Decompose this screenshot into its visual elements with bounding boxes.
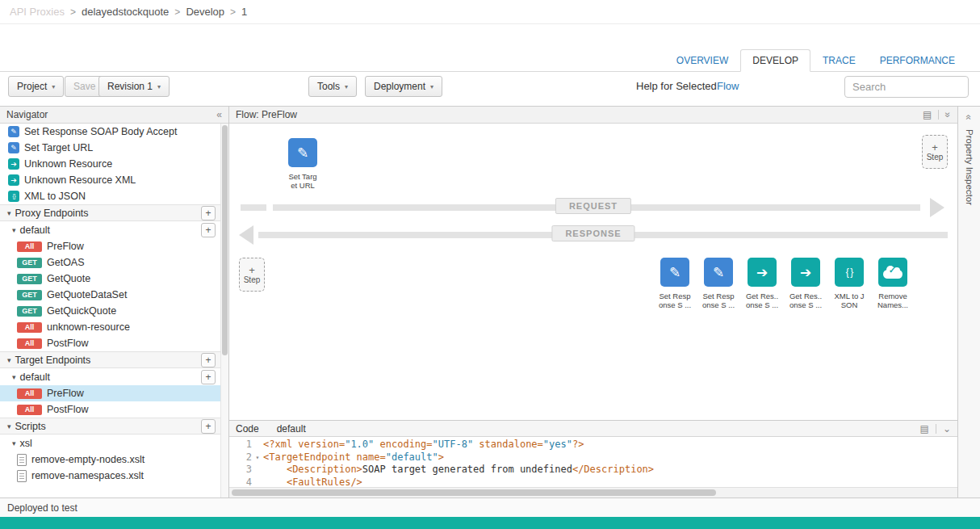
tools-menu-button[interactable]: Tools ▾ <box>308 76 357 97</box>
code-token: <?xml <box>263 439 298 451</box>
layout-toggle-icon[interactable]: ▤ <box>920 423 929 435</box>
flow-label: GetQuickQuote <box>47 305 116 317</box>
revision-menu-button[interactable]: Revision 1 ▾ <box>98 76 170 97</box>
nav-item-target-postflow[interactable]: All PostFlow <box>0 401 220 418</box>
flow-step-set-response-1[interactable]: ✎ Set Resp onse S ... <box>653 258 697 309</box>
property-inspector-panel[interactable]: « Property Inspector <box>957 106 980 498</box>
flow-label: GetQuote <box>47 273 90 284</box>
pencil-icon[interactable]: ✎ <box>660 258 689 287</box>
breadcrumb-item-proxy-name[interactable]: delayedstockquote <box>82 6 169 18</box>
scripts-group-xsl[interactable]: ▾ xsl <box>0 435 220 451</box>
policy-item-unknown-resource-xml[interactable]: ➔ Unknown Resource XML <box>0 172 220 188</box>
script-item-remove-empty-nodes[interactable]: remove-empty-nodes.xslt <box>0 451 220 468</box>
add-flow-button[interactable]: + <box>201 223 216 237</box>
group-label: default <box>20 225 51 236</box>
tab-overview[interactable]: OVERVIEW <box>664 49 740 72</box>
section-target-endpoints[interactable]: ▾ Target Endpoints + <box>0 351 220 368</box>
nav-item-proxy-postflow[interactable]: All PostFlow <box>0 335 220 351</box>
fold-toggle[interactable] <box>252 439 263 451</box>
expand-property-inspector-icon[interactable]: « <box>964 115 975 120</box>
nav-item-proxy-preflow[interactable]: All PreFlow <box>0 238 220 254</box>
request-arrow-icon <box>930 198 944 217</box>
button-label: Deployment <box>374 81 425 92</box>
arrow-icon: ➔ <box>8 158 19 170</box>
nav-item-getquickquote[interactable]: GET GetQuickQuote <box>0 303 220 319</box>
code-tab-default[interactable]: default <box>277 423 306 435</box>
policy-item-xml-to-json[interactable]: { } XML to JSON <box>0 188 220 204</box>
flow-canvas: ✎ Set Targ et URL + Step REQUEST RESPONS… <box>229 124 957 420</box>
flow-label: PostFlow <box>47 338 88 349</box>
tab-develop[interactable]: DEVELOP <box>740 49 810 72</box>
fold-toggle[interactable] <box>252 464 263 477</box>
braces-icon[interactable]: { } <box>835 258 864 287</box>
navigator-scrollbar[interactable] <box>220 124 228 498</box>
script-label: remove-empty-nodes.xslt <box>31 454 144 465</box>
caret-down-icon: ▾ <box>12 439 16 447</box>
policy-item-unknown-resource[interactable]: ➔ Unknown Resource <box>0 156 220 172</box>
button-label: Tools <box>317 81 340 92</box>
proxy-endpoint-default[interactable]: ▾ default + <box>0 221 220 238</box>
add-script-button[interactable]: + <box>201 419 216 434</box>
caret-down-icon: ▾ <box>7 209 11 217</box>
chevron-down-icon: ▾ <box>430 83 433 90</box>
add-flow-button[interactable]: + <box>201 370 216 384</box>
code-horizontal-scrollbar[interactable] <box>229 487 957 498</box>
flow-step-set-response-2[interactable]: ✎ Set Resp onse S ... <box>697 258 740 309</box>
divider <box>936 424 936 434</box>
tab-performance[interactable]: PERFORMANCE <box>868 49 967 72</box>
breadcrumb-item-api-proxies[interactable]: API Proxies <box>10 6 65 18</box>
step-label: XML to J SON <box>827 292 871 309</box>
collapse-navigator-icon[interactable]: « <box>216 109 222 120</box>
group-label: xsl <box>20 438 32 449</box>
navigator-list: ✎ Set Response SOAP Body Accept ✎ Set Ta… <box>0 124 220 498</box>
add-proxy-endpoint-button[interactable]: + <box>201 206 216 220</box>
response-band-label: RESPONSE <box>551 225 634 241</box>
method-badge: All <box>17 322 42 333</box>
deployment-menu-button[interactable]: Deployment ▾ <box>365 76 442 97</box>
pencil-icon[interactable]: ✎ <box>288 138 317 167</box>
flow-step-remove-namespaces[interactable]: ✓ Remove Names... <box>871 258 915 309</box>
policy-item-set-response-soap-body-accept[interactable]: ✎ Set Response SOAP Body Accept <box>0 124 220 140</box>
search-input[interactable] <box>844 76 969 98</box>
target-endpoint-default[interactable]: ▾ default + <box>0 368 220 385</box>
tab-trace[interactable]: TRACE <box>810 49 868 72</box>
line-number: 2 <box>229 451 252 464</box>
policy-item-set-target-url[interactable]: ✎ Set Target URL <box>0 140 220 156</box>
navigator-panel: Navigator « ✎ Set Response SOAP Body Acc… <box>0 106 229 498</box>
pencil-icon[interactable]: ✎ <box>704 258 733 287</box>
add-step-button-response[interactable]: + Step <box>239 258 265 292</box>
chevron-down-icon: ▾ <box>157 83 161 90</box>
breadcrumb-item-develop[interactable]: Develop <box>186 6 224 18</box>
policy-label: XML to JSON <box>24 191 86 202</box>
arrow-icon[interactable]: ➔ <box>791 258 820 287</box>
flow-step-get-response-1[interactable]: ➔ Get Res.. onse S ... <box>740 258 784 309</box>
project-menu-button[interactable]: Project ▾ <box>8 76 64 97</box>
add-step-button-request[interactable]: + Step <box>922 135 948 169</box>
flow-title: Flow: PreFlow <box>236 109 297 120</box>
flow-step-set-target-url[interactable]: ✎ Set Targ et URL <box>282 138 324 190</box>
flow-step-xml-to-json[interactable]: { } XML to J SON <box>827 258 871 309</box>
collapse-code-icon[interactable]: ⌄ <box>943 423 951 435</box>
arrow-icon[interactable]: ➔ <box>748 258 777 287</box>
icon-glyph: ✎ <box>669 266 681 279</box>
fold-toggle[interactable]: ▾ <box>252 451 263 464</box>
section-scripts[interactable]: ▾ Scripts + <box>0 418 220 435</box>
nav-item-getoas[interactable]: GET GetOAS <box>0 254 220 271</box>
flow-step-get-response-2[interactable]: ➔ Get Res.. onse S ... <box>784 258 827 309</box>
scrollbar-thumb[interactable] <box>232 489 716 496</box>
section-proxy-endpoints[interactable]: ▾ Proxy Endpoints + <box>0 204 220 221</box>
icon-glyph: ➔ <box>800 266 811 279</box>
cloud-check-icon[interactable]: ✓ <box>878 258 907 287</box>
help-flow-link[interactable]: Flow <box>717 80 739 92</box>
nav-item-getquotedataset[interactable]: GET GetQuoteDataSet <box>0 287 220 303</box>
script-item-remove-namespaces[interactable]: remove-namespaces.xslt <box>0 468 220 484</box>
scrollbar-thumb[interactable] <box>222 125 228 355</box>
collapse-flow-icon[interactable]: » <box>943 112 954 118</box>
breadcrumb-item-revision[interactable]: 1 <box>241 6 247 18</box>
nav-item-unknown-resource-flow[interactable]: All unknown-resource <box>0 319 220 335</box>
layout-toggle-icon[interactable]: ▤ <box>923 109 932 120</box>
nav-item-target-preflow[interactable]: All PreFlow <box>0 385 220 401</box>
add-target-endpoint-button[interactable]: + <box>201 353 216 367</box>
pencil-icon: ✎ <box>8 142 19 153</box>
nav-item-getquote[interactable]: GET GetQuote <box>0 271 220 287</box>
